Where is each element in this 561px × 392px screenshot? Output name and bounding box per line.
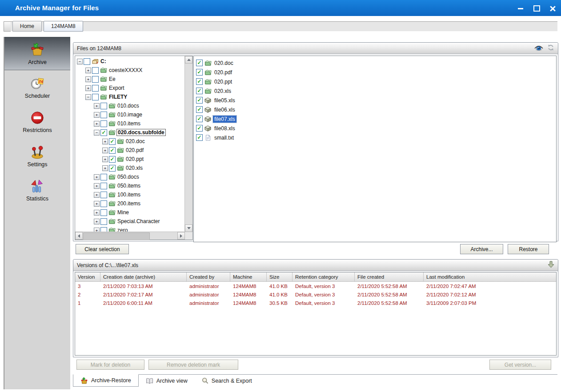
scroll-right-button[interactable] bbox=[177, 232, 185, 240]
checkbox[interactable] bbox=[100, 183, 107, 189]
tree-horizontal-scrollbar[interactable] bbox=[75, 232, 185, 240]
tree-item-c[interactable]: −C: bbox=[75, 57, 185, 66]
file-item-file07-xls[interactable]: ✓file07.xls bbox=[196, 114, 556, 124]
expand-icon[interactable]: + bbox=[102, 156, 108, 162]
scroll-thumb[interactable] bbox=[83, 232, 150, 240]
archive-button[interactable]: Archive... bbox=[460, 244, 503, 254]
checkbox[interactable]: ✓ bbox=[196, 125, 203, 132]
expand-icon[interactable]: + bbox=[94, 112, 100, 118]
tree-item-export[interactable]: +Export bbox=[75, 84, 185, 92]
column-header-created-by[interactable]: Created by bbox=[187, 272, 230, 281]
tree-item-020-docs-subfolde[interactable]: −✓020.docs.subfolde bbox=[75, 128, 185, 137]
expand-icon[interactable]: + bbox=[85, 68, 91, 73]
mark-for-deletion-button[interactable]: Mark for deletion bbox=[76, 360, 144, 370]
expand-icon[interactable]: + bbox=[94, 121, 100, 127]
expand-icon[interactable]: + bbox=[102, 165, 108, 171]
sidebar-item-scheduler[interactable]: 24Scheduler bbox=[4, 70, 70, 104]
column-header-version[interactable]: Version bbox=[75, 272, 100, 281]
version-row-2[interactable]: 22/11/2020 7:02:17 AMadministrator124MAM… bbox=[75, 290, 556, 299]
checkbox[interactable] bbox=[100, 192, 107, 198]
checkbox[interactable] bbox=[100, 218, 107, 225]
file-item-small-txt[interactable]: ✓small.txt bbox=[196, 133, 556, 142]
tree-item-010-image[interactable]: +010.image bbox=[75, 110, 185, 119]
checkbox[interactable] bbox=[92, 67, 99, 74]
checkbox[interactable] bbox=[100, 112, 107, 118]
expand-icon[interactable]: + bbox=[94, 192, 100, 198]
eye-icon[interactable] bbox=[534, 44, 544, 52]
checkbox[interactable]: ✓ bbox=[196, 78, 203, 85]
expand-icon[interactable]: + bbox=[102, 148, 108, 153]
column-header-retention-category[interactable]: Retention category bbox=[293, 272, 355, 281]
sidebar-item-restrictions[interactable]: Restrictions bbox=[4, 104, 70, 139]
checkbox[interactable] bbox=[100, 120, 107, 127]
tree-item-050-docs[interactable]: +050.docs bbox=[75, 172, 185, 181]
tree-item-zero[interactable]: +zero bbox=[75, 226, 185, 232]
checkbox[interactable]: ✓ bbox=[196, 134, 203, 141]
scroll-down-button[interactable] bbox=[185, 224, 192, 232]
expand-icon[interactable]: + bbox=[94, 174, 100, 180]
bottom-tab-archive-restore[interactable]: Archive-Restore bbox=[73, 374, 139, 387]
expand-icon[interactable]: + bbox=[85, 85, 91, 91]
tab-124mam8[interactable]: 124MAM8 bbox=[44, 21, 83, 32]
tree-item-050-items[interactable]: +050.items bbox=[75, 181, 185, 190]
checkbox[interactable]: ✓ bbox=[196, 60, 203, 66]
file-item-020-doc[interactable]: ✓020.doc bbox=[196, 58, 556, 68]
clear-selection-button[interactable]: Clear selection bbox=[76, 244, 129, 254]
tree-item-010-docs[interactable]: +010.docs bbox=[75, 101, 185, 110]
checkbox[interactable] bbox=[100, 103, 107, 109]
tree-item-filety[interactable]: −FILETY bbox=[75, 92, 185, 101]
remove-deletion-mark-button[interactable]: Remove deletion mark bbox=[148, 360, 238, 370]
restore-button[interactable]: Restore bbox=[508, 244, 549, 254]
collapse-icon[interactable]: − bbox=[85, 94, 91, 100]
checkbox[interactable]: ✓ bbox=[196, 106, 203, 113]
tree-item-020-doc[interactable]: +✓020.doc bbox=[75, 137, 185, 146]
expand-icon[interactable]: + bbox=[94, 201, 100, 207]
column-header-machine[interactable]: Machine bbox=[230, 272, 267, 281]
tree-item-010-items[interactable]: +010.items bbox=[75, 119, 185, 128]
file-item-020-xls[interactable]: ✓020.xls bbox=[196, 86, 556, 96]
tree-item-100-items[interactable]: +100.items bbox=[75, 190, 185, 199]
checkbox[interactable] bbox=[84, 58, 90, 65]
collapse-icon[interactable]: − bbox=[77, 59, 83, 64]
checkbox[interactable]: ✓ bbox=[196, 88, 203, 94]
file-item-020-pdf[interactable]: ✓020.pdf bbox=[196, 68, 556, 77]
checkbox[interactable]: ✓ bbox=[109, 138, 116, 145]
sidebar-item-settings[interactable]: Settings bbox=[4, 139, 70, 173]
bottom-tab-archive-view[interactable]: Archive view bbox=[139, 375, 195, 387]
tree-item-020-xls[interactable]: +✓020.xls bbox=[75, 164, 185, 172]
expand-icon[interactable]: + bbox=[94, 183, 100, 189]
checkbox[interactable]: ✓ bbox=[109, 156, 116, 163]
checkbox[interactable] bbox=[92, 94, 99, 100]
column-header-size[interactable]: Size bbox=[267, 272, 293, 281]
scroll-up-button[interactable] bbox=[185, 56, 192, 64]
file-item-020-ppt[interactable]: ✓020.ppt bbox=[196, 77, 556, 86]
checkbox[interactable] bbox=[100, 200, 107, 207]
tree-item-020-ppt[interactable]: +✓020.ppt bbox=[75, 155, 185, 164]
refresh-icon[interactable] bbox=[547, 44, 554, 52]
checkbox[interactable] bbox=[92, 76, 99, 83]
collapse-icon[interactable]: − bbox=[94, 130, 100, 136]
checkbox[interactable]: ✓ bbox=[196, 69, 203, 76]
expand-icon[interactable]: + bbox=[94, 219, 100, 224]
checkbox[interactable]: ✓ bbox=[109, 165, 116, 172]
tree-item-ee[interactable]: +Ee bbox=[75, 75, 185, 84]
checkbox[interactable] bbox=[92, 85, 99, 92]
tab-home[interactable]: Home bbox=[12, 21, 42, 32]
get-version-button[interactable]: Get version... bbox=[489, 360, 551, 370]
expand-icon[interactable]: + bbox=[102, 139, 108, 144]
expand-icon[interactable]: + bbox=[94, 103, 100, 109]
checkbox[interactable] bbox=[100, 209, 107, 216]
bottom-tab-search-export[interactable]: Search & Export bbox=[195, 375, 259, 387]
tree-item-mine[interactable]: +Mine bbox=[75, 208, 185, 217]
checkbox[interactable] bbox=[100, 174, 107, 180]
file-item-file06-xls[interactable]: ✓file06.xls bbox=[196, 105, 556, 114]
expand-icon[interactable]: + bbox=[85, 76, 91, 82]
column-header-file-created[interactable]: File created bbox=[355, 272, 424, 281]
file-item-file08-xls[interactable]: ✓file08.xls bbox=[196, 124, 556, 133]
maximize-button[interactable] bbox=[532, 4, 541, 12]
tree-item-special-character[interactable]: +Special.Character bbox=[75, 217, 185, 226]
version-row-3[interactable]: 32/11/2020 7:03:13 AMadministrator124MAM… bbox=[75, 282, 556, 290]
file-item-file05-xls[interactable]: ✓file05.xls bbox=[196, 96, 556, 105]
minimize-button[interactable] bbox=[516, 4, 525, 12]
tree-item-020-pdf[interactable]: +✓020.pdf bbox=[75, 146, 185, 155]
